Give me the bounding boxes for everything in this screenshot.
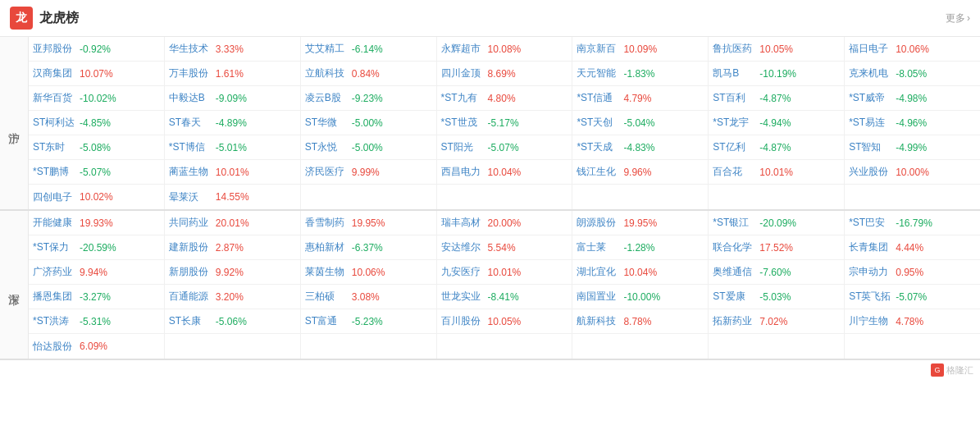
list-item: *ST巴安-16.79% [845,211,980,235]
stock-name[interactable]: 永辉超市 [441,42,485,56]
stock-change: 10.07% [80,68,113,80]
stock-name[interactable]: 长青集团 [849,240,893,254]
stock-name[interactable]: 新华百货 [33,91,77,105]
stock-name[interactable]: 中毅达B [169,91,213,105]
stock-change: -4.83% [623,142,654,153]
stock-name[interactable]: 克来机电 [849,66,893,80]
stock-change: -8.41% [488,291,519,303]
stock-name[interactable]: 安达维尔 [441,240,485,254]
stock-name[interactable]: *ST天成 [577,140,621,154]
stock-name[interactable]: 西昌电力 [441,165,485,179]
stock-name[interactable]: 莱茵生物 [305,265,349,279]
stock-name[interactable]: 瑞丰高材 [441,216,485,230]
stock-name[interactable]: *ST龙宇 [713,116,757,130]
stock-name[interactable]: *ST天创 [577,116,621,130]
stock-name[interactable]: *ST鹏博 [33,165,77,179]
stock-name[interactable]: ST东时 [33,140,77,154]
stock-name[interactable]: 奥维通信 [713,265,757,279]
stock-name[interactable]: ST英飞拓 [849,290,893,304]
stock-change: 1.61% [216,68,244,80]
stock-name[interactable]: 世龙实业 [441,290,485,304]
stock-change: 10.04% [623,267,657,278]
stock-name[interactable]: 三柏硕 [305,290,349,304]
list-item: 新朋股份9.92% [165,260,301,284]
list-item [845,185,980,209]
brand-icon: G [931,363,944,377]
stock-name[interactable]: ST智知 [849,140,893,154]
stock-name[interactable]: 济民医疗 [305,165,349,179]
stock-name[interactable]: 百通能源 [169,290,213,304]
stock-name[interactable]: ST爱康 [713,290,757,304]
stock-name[interactable]: *ST信通 [577,91,621,105]
stock-name[interactable]: 惠柏新材 [305,240,349,254]
stock-name[interactable]: 航新科技 [577,314,621,328]
stock-name[interactable]: 四川金顶 [441,66,485,80]
stock-name[interactable]: *ST洪涛 [33,314,77,328]
stock-name[interactable]: 川宁生物 [849,314,893,328]
stock-name[interactable]: 百川股份 [441,314,485,328]
stock-name[interactable]: ST亿利 [713,140,757,154]
more-link[interactable]: 更多 › [946,11,970,25]
stock-name[interactable]: ST华微 [305,116,349,130]
stock-name[interactable]: 广济药业 [33,265,77,279]
stock-change: 9.92% [216,267,244,278]
stock-name[interactable]: 蔺蓝生物 [169,165,213,179]
stock-name[interactable]: *ST易连 [849,116,893,130]
stock-name[interactable]: ST富通 [305,314,349,328]
list-item [301,185,437,209]
stock-name[interactable]: 亚邦股份 [33,42,77,56]
stock-name[interactable]: ST柯利达 [33,116,77,130]
stock-name[interactable]: 新朋股份 [169,265,213,279]
stock-name[interactable]: 南京新百 [577,42,621,56]
stock-name[interactable]: 百合花 [713,165,757,179]
stock-name[interactable]: *ST巴安 [849,216,893,230]
stock-name[interactable]: ST阳光 [441,140,485,154]
stock-name[interactable]: *ST博信 [169,140,213,154]
stock-name[interactable]: 钱江生化 [577,165,621,179]
stock-name[interactable]: 万丰股份 [169,66,213,80]
stock-name[interactable]: 华生技术 [169,42,213,56]
list-item: 中毅达B-9.09% [165,86,301,110]
stock-change: -4.87% [759,142,791,153]
stock-name[interactable]: 富士莱 [577,240,621,254]
stock-name[interactable]: *ST世茂 [441,116,485,130]
stock-name[interactable]: 鲁抗医药 [713,42,757,56]
stock-name[interactable]: 立航科技 [305,66,349,80]
stock-name[interactable]: *ST保力 [33,240,77,254]
stock-name[interactable]: 南国置业 [577,290,621,304]
stock-name[interactable]: 拓新药业 [713,314,757,328]
stock-name[interactable]: ST春天 [169,116,213,130]
stock-name[interactable]: ST百利 [713,91,757,105]
stock-name[interactable]: 凯马B [713,66,757,80]
stock-name[interactable]: 建新股份 [169,240,213,254]
stock-name[interactable]: 香雪制药 [305,216,349,230]
stock-name[interactable]: 朗源股份 [577,216,621,230]
stock-name[interactable]: *ST九有 [441,91,485,105]
page-title: 龙虎榜 [39,10,79,27]
stock-name[interactable]: 福日电子 [849,42,893,56]
stock-name[interactable]: 湖北宜化 [577,265,621,279]
stock-name[interactable]: *ST银江 [713,216,757,230]
stock-change: 9.96% [623,167,651,178]
stock-name[interactable]: 怡达股份 [33,340,77,354]
stock-name[interactable]: 汉商集团 [33,66,77,80]
stock-name[interactable]: 播恩集团 [33,290,77,304]
stock-name[interactable]: 兴业股份 [849,165,893,179]
list-item: 开能健康19.93% [29,211,165,235]
stock-change: -3.27% [80,291,111,303]
stock-name[interactable]: *ST威帝 [849,91,893,105]
stock-name[interactable]: ST长康 [169,314,213,328]
stock-name[interactable]: 宗申动力 [849,265,893,279]
stock-name[interactable]: 联合化学 [713,240,757,254]
stock-name[interactable]: 天元智能 [577,66,621,80]
stock-name[interactable]: 共同药业 [169,216,213,230]
list-item: 亚邦股份-0.92% [29,37,165,61]
stock-name[interactable]: ST永悦 [305,140,349,154]
stock-name[interactable]: 艾艾精工 [305,42,349,56]
stock-name[interactable]: 四创电子 [33,190,77,204]
stock-name[interactable]: 开能健康 [33,216,77,230]
stock-name[interactable]: 晕莱沃 [169,190,213,204]
stock-name[interactable]: 凌云B股 [305,91,349,105]
stock-name[interactable]: 九安医疗 [441,265,485,279]
list-item: 兴业股份10.00% [845,160,980,184]
